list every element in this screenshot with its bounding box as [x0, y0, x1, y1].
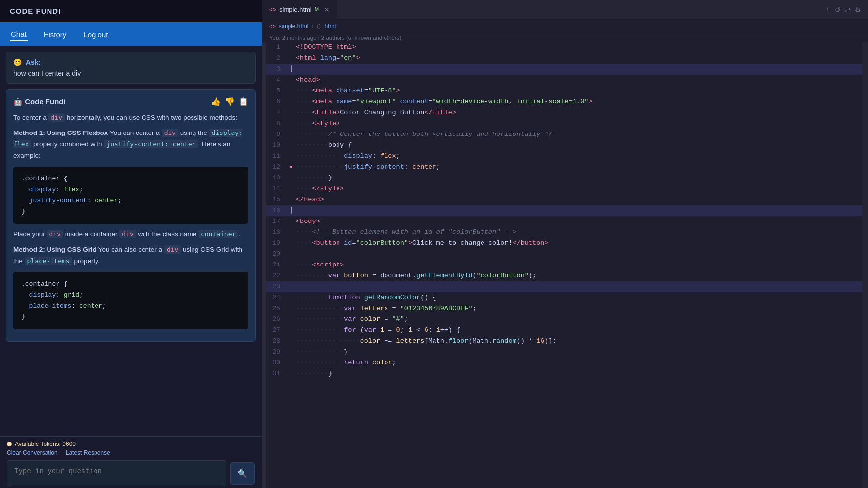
table-row: 22 ········var button = document.getElem…	[266, 270, 862, 281]
bot-header: 🤖 Code Fundi 👍 👎 📋	[13, 97, 248, 106]
bottom-bar: Available Tokens: 9600 Clear Conversatio…	[0, 436, 262, 488]
nav-chat[interactable]: Chat	[10, 28, 28, 41]
table-row: 10 ········body {	[266, 140, 862, 151]
inline-div-3: div	[47, 230, 63, 238]
table-row: 15 </head>	[266, 194, 862, 205]
blame-info: You, 2 months ago | 2 authors (unknown a…	[262, 33, 868, 42]
input-area: 🔍	[7, 460, 255, 486]
table-row: 19 ····<button id="colorButton">Click me…	[266, 238, 862, 249]
table-row: 4 <head>	[266, 75, 862, 86]
table-row: 13 ········}	[266, 173, 862, 183]
bot-message: 🤖 Code Fundi 👍 👎 📋 To center a div horiz…	[6, 89, 256, 342]
latest-response-link[interactable]: Latest Response	[66, 449, 110, 456]
table-row: 6 ····<meta name="viewport" content="wid…	[266, 96, 862, 107]
user-message: 😊 Ask: how can I center a div	[6, 52, 256, 84]
token-label: Available Tokens: 9600	[15, 441, 76, 447]
table-row: 26 ············var color = "#";	[266, 314, 862, 325]
table-row: 7 ····<title>Color Changing Button</titl…	[266, 107, 862, 118]
editor-main: 1 <!DOCTYPE html> 2 <html lang="en"> 3 │…	[262, 42, 868, 488]
table-row: 25 ············var letters = "0123456789…	[266, 303, 862, 314]
thumbs-up-button[interactable]: 👍	[211, 97, 221, 106]
table-row: 17 <body>	[266, 216, 862, 227]
user-text: how can I center a div	[13, 69, 248, 77]
place-items-code: place-items	[25, 257, 72, 265]
code-block-1: .container { display: flex; justify-cont…	[13, 167, 248, 224]
table-row: 14 ····</style>	[266, 183, 862, 194]
table-row: 31 ········}	[266, 368, 862, 379]
remote-icon[interactable]: ↺	[835, 6, 841, 14]
user-ask-line: 😊 Ask:	[13, 58, 248, 66]
right-panel: <> simple.html M ✕ ⑂ ↺ ⇄ ⚙ <> simple.htm…	[262, 0, 868, 488]
table-row: 21 ····<script>	[266, 260, 862, 270]
table-row: 5 ····<meta charset="UTF-8">	[266, 86, 862, 96]
table-row: 2 <html lang="en">	[266, 53, 862, 64]
inline-div-4: div	[119, 230, 136, 238]
editor-gutter	[262, 42, 266, 488]
bot-title: 🤖 Code Fundi	[13, 97, 66, 106]
table-row: 20	[266, 249, 862, 260]
bot-content: To center a div horizontally, you can us…	[13, 112, 248, 329]
thumbs-down-button[interactable]: 👎	[225, 97, 235, 106]
sync-icon[interactable]: ⇄	[845, 6, 851, 14]
breadcrumb-file: simple.html	[279, 23, 309, 30]
editor-scrollbar[interactable]	[862, 42, 868, 488]
tab-html-icon: <>	[269, 6, 276, 13]
copy-button[interactable]: 📋	[239, 97, 248, 106]
inline-div-1: div	[48, 113, 65, 122]
conv-links: Clear Conversation Latest Response	[7, 449, 255, 456]
method1-bold: Method 1: Using CSS Flexbox	[13, 129, 110, 136]
inline-div-2: div	[162, 129, 178, 137]
breadcrumb-file-icon: <>	[269, 23, 276, 29]
table-row: 29 ············}	[266, 347, 862, 357]
table-row: 28 ················color += letters[Math…	[266, 336, 862, 347]
container-class-code: container	[198, 230, 238, 238]
breadcrumb: <> simple.html › ⬡ html	[262, 20, 868, 33]
breadcrumb-section: html	[325, 23, 336, 30]
nav-logout[interactable]: Log out	[82, 28, 109, 41]
token-dot-icon	[7, 442, 12, 446]
code-block-2: .container { display: grid; place-items:…	[13, 272, 248, 329]
nav-bar: Chat History Log out	[0, 22, 262, 46]
table-row: 3 │	[266, 64, 862, 75]
settings-icon[interactable]: ⚙	[855, 6, 861, 14]
tab-modified-indicator: M	[315, 7, 319, 12]
send-button[interactable]: 🔍	[230, 462, 255, 485]
table-row: 24 ········function getRandomColor() {	[266, 292, 862, 303]
ask-label: Ask:	[26, 58, 41, 66]
breadcrumb-separator: ›	[312, 23, 314, 30]
tab-close-button[interactable]: ✕	[324, 6, 330, 14]
bot-actions: 👍 👎 📋	[211, 97, 248, 106]
left-panel: CODE FUNDI Chat History Log out 😊 Ask: h…	[0, 0, 262, 488]
method2-bold: Method 2: Using CSS Grid	[13, 246, 98, 253]
clear-conversation-link[interactable]: Clear Conversation	[7, 449, 58, 456]
chat-area: 😊 Ask: how can I center a div 🤖 Code Fun…	[0, 46, 262, 436]
editor-tabs: <> simple.html M ✕ ⑂ ↺ ⇄ ⚙	[262, 0, 868, 20]
chat-input[interactable]	[7, 460, 226, 486]
code-editor[interactable]: 1 <!DOCTYPE html> 2 <html lang="en"> 3 │…	[266, 42, 862, 488]
table-row: 18 ····<!-- Button element with an id of…	[266, 227, 862, 238]
table-row: 16 │	[266, 205, 862, 216]
table-row: 27 ············for (var i = 0; i < 6; i+…	[266, 325, 862, 336]
editor-toolbar-right: ⑂ ↺ ⇄ ⚙	[827, 6, 868, 14]
table-row: 30 ············return color;	[266, 357, 862, 368]
vcs-icon[interactable]: ⑂	[827, 6, 831, 14]
table-row: 8 ····<style>	[266, 118, 862, 129]
user-emoji: 😊	[13, 58, 22, 66]
table-row: 12 ● ············justify-content: center…	[266, 162, 862, 173]
table-row: 23	[266, 281, 862, 292]
breadcrumb-section-icon: ⬡	[317, 23, 322, 30]
editor-tab-simple-html[interactable]: <> simple.html M ✕	[262, 0, 337, 19]
inline-div-5: div	[164, 245, 181, 254]
app-title: CODE FUNDI	[0, 0, 262, 22]
table-row: 11 ············display: flex;	[266, 151, 862, 162]
table-row: 1 <!DOCTYPE html>	[266, 42, 862, 53]
token-info: Available Tokens: 9600	[7, 441, 255, 447]
nav-history[interactable]: History	[43, 28, 68, 41]
tab-filename: simple.html	[279, 6, 312, 13]
table-row: 9 ········/* Center the button both vert…	[266, 129, 862, 140]
justify-center-code: justify-content: center	[104, 140, 198, 148]
